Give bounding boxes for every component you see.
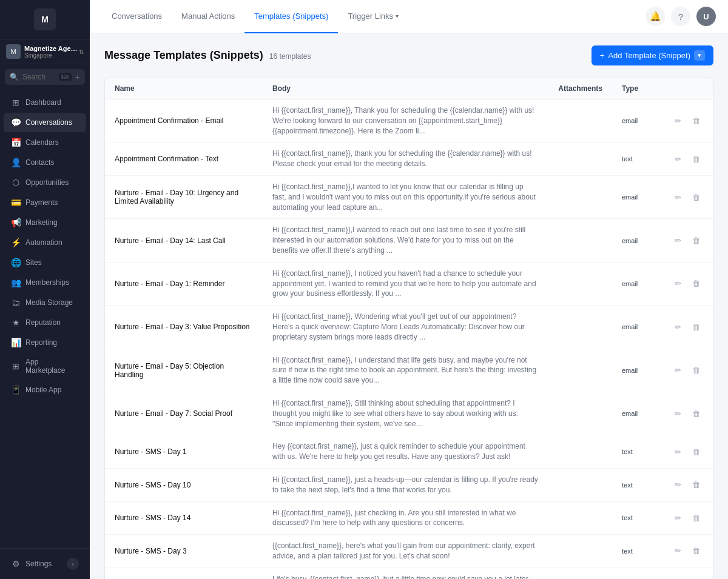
agency-icon: M <box>6 44 21 59</box>
edit-button-7[interactable]: ✏ <box>670 406 685 421</box>
edit-button-6[interactable]: ✏ <box>670 363 685 378</box>
delete-button-4[interactable]: 🗑 <box>689 276 703 291</box>
delete-button-2[interactable]: 🗑 <box>689 190 703 204</box>
edit-button-2[interactable]: ✏ <box>670 190 685 204</box>
col-header-attachments: Attachments <box>548 78 612 99</box>
add-button-label: Add Template (Snippet) <box>608 51 690 60</box>
edit-button-12[interactable]: ✏ <box>670 577 685 580</box>
collapse-button[interactable]: ‹ <box>67 558 79 570</box>
row-type-9: text <box>612 468 661 501</box>
edit-button-4[interactable]: ✏ <box>670 276 685 291</box>
avatar[interactable]: U <box>696 7 716 26</box>
edit-button-0[interactable]: ✏ <box>670 113 685 128</box>
sidebar-footer: ⚙ Settings ‹ <box>0 548 90 579</box>
row-type-1: text <box>612 142 661 176</box>
table-row: Nurture - SMS - Day 10 Hi {{contact.firs… <box>105 468 713 501</box>
row-attachments-1 <box>548 142 612 176</box>
row-body-3: Hi {{contact.first_name}},I wanted to re… <box>263 219 548 262</box>
settings-label: Settings <box>25 560 52 568</box>
delete-button-0[interactable]: 🗑 <box>689 113 703 128</box>
delete-button-1[interactable]: 🗑 <box>689 152 703 166</box>
calendars-icon: 📅 <box>11 138 21 147</box>
row-attachments-9 <box>548 468 612 501</box>
main-content: Message Templates (Snippets) 16 template… <box>90 33 728 579</box>
page-header: Message Templates (Snippets) 16 template… <box>104 45 713 65</box>
tab-conversations[interactable]: Conversations <box>102 0 172 33</box>
delete-button-5[interactable]: 🗑 <box>689 320 703 334</box>
delete-button-9[interactable]: 🗑 <box>689 478 703 492</box>
sidebar-item-media-storage[interactable]: 🗂 Media Storage <box>4 293 86 312</box>
sidebar-item-sites[interactable]: 🌐 Sites <box>4 253 86 272</box>
tab-manual-actions[interactable]: Manual Actions <box>172 0 244 33</box>
table-row: Nurture - SMS - Day 5 Life's busy, {{con… <box>105 567 713 579</box>
row-body-12: Life's busy, {{contact.first_name}}, but… <box>263 567 548 579</box>
edit-button-11[interactable]: ✏ <box>670 544 685 558</box>
agency-selector[interactable]: M Magnetize Agency Singapore ⇅ <box>0 39 90 64</box>
sidebar-item-contacts[interactable]: 👤 Contacts <box>4 153 86 172</box>
sidebar-item-app-marketplace[interactable]: ⊞ App Marketplace <box>4 353 86 380</box>
row-body-9: Hi {{contact.first_name}}, just a heads-… <box>263 468 548 501</box>
row-name-7: Nurture - Email - Day 7: Social Proof <box>105 392 263 435</box>
row-type-4: email <box>612 262 661 305</box>
search-plus-icon[interactable]: + <box>75 72 80 82</box>
sidebar-item-opportunities[interactable]: ⬡ Opportunities <box>4 173 86 192</box>
automation-icon: ⚡ <box>11 238 21 247</box>
table-body: Appointment Confirmation - Email Hi {{co… <box>105 99 713 580</box>
sidebar-item-mobile-app[interactable]: 📱 Mobile App <box>4 380 86 400</box>
notifications-button[interactable]: 🔔 <box>645 7 665 26</box>
delete-button-10[interactable]: 🗑 <box>689 510 703 525</box>
row-type-3: email <box>612 219 661 262</box>
sidebar-item-reporting[interactable]: 📊 Reporting <box>4 333 86 352</box>
row-actions-5: ✏ 🗑 <box>661 306 713 349</box>
edit-button-8[interactable]: ✏ <box>670 444 685 459</box>
edit-button-3[interactable]: ✏ <box>670 233 685 248</box>
row-actions-6: ✏ 🗑 <box>661 349 713 392</box>
tab-label-trigger-links: Trigger Links <box>348 12 393 21</box>
add-button-chevron-icon: ▾ <box>694 50 705 61</box>
table-row: Nurture - SMS - Day 1 Hey {{contact.firs… <box>105 435 713 469</box>
sidebar-item-memberships[interactable]: 👥 Memberships <box>4 273 86 292</box>
row-attachments-0 <box>548 99 612 142</box>
search-input[interactable] <box>22 73 55 81</box>
sidebar-item-automation[interactable]: ⚡ Automation <box>4 233 86 252</box>
sidebar-item-payments[interactable]: 💳 Payments <box>4 193 86 212</box>
sidebar-item-calendars[interactable]: 📅 Calendars <box>4 133 86 152</box>
sidebar-item-label-calendars: Calendars <box>25 138 59 147</box>
sidebar-item-label-conversations: Conversations <box>25 118 72 127</box>
sidebar-item-dashboard[interactable]: ⊞ Dashboard <box>4 93 86 112</box>
table-row: Appointment Confirmation - Text Hi {{con… <box>105 142 713 176</box>
tab-trigger-links[interactable]: Trigger Links▾ <box>338 0 408 33</box>
delete-button-3[interactable]: 🗑 <box>689 233 703 248</box>
sidebar-item-reputation[interactable]: ★ Reputation <box>4 313 86 332</box>
edit-button-5[interactable]: ✏ <box>670 320 685 334</box>
main-area: ConversationsManual ActionsTemplates (Sn… <box>90 0 728 579</box>
edit-button-10[interactable]: ✏ <box>670 510 685 525</box>
table-row: Nurture - SMS - Day 3 {{contact.first_na… <box>105 535 713 568</box>
row-type-0: email <box>612 99 661 142</box>
delete-button-7[interactable]: 🗑 <box>689 406 703 421</box>
row-attachments-12 <box>548 567 612 579</box>
mobile-app-icon: 📱 <box>11 385 21 395</box>
sidebar-item-settings[interactable]: ⚙ Settings ‹ <box>5 554 85 574</box>
top-navigation: ConversationsManual ActionsTemplates (Sn… <box>90 0 728 33</box>
sidebar-item-label-reputation: Reputation <box>25 318 61 327</box>
tab-templates-snippets[interactable]: Templates (Snippets) <box>244 0 338 33</box>
search-kbd: ⌘K <box>59 73 72 81</box>
add-template-button[interactable]: + Add Template (Snippet) ▾ <box>592 45 713 65</box>
row-attachments-5 <box>548 306 612 349</box>
table-row: Nurture - Email - Day 10: Urgency and Li… <box>105 175 713 218</box>
delete-button-12[interactable]: 🗑 <box>689 577 703 580</box>
row-body-10: Hi {{contact.first_name}}, just checking… <box>263 501 548 535</box>
edit-button-9[interactable]: ✏ <box>670 478 685 492</box>
delete-button-11[interactable]: 🗑 <box>689 544 703 558</box>
row-actions-9: ✏ 🗑 <box>661 468 713 501</box>
help-button[interactable]: ? <box>671 7 690 26</box>
sidebar-item-marketing[interactable]: 📢 Marketing <box>4 213 86 232</box>
delete-button-8[interactable]: 🗑 <box>689 444 703 459</box>
sidebar-search-container: 🔍 ⌘K + <box>5 69 85 85</box>
sidebar-item-conversations[interactable]: 💬 Conversations <box>4 113 86 132</box>
row-actions-10: ✏ 🗑 <box>661 501 713 535</box>
delete-button-6[interactable]: 🗑 <box>689 363 703 378</box>
edit-button-1[interactable]: ✏ <box>670 152 685 166</box>
row-actions-1: ✏ 🗑 <box>661 142 713 176</box>
